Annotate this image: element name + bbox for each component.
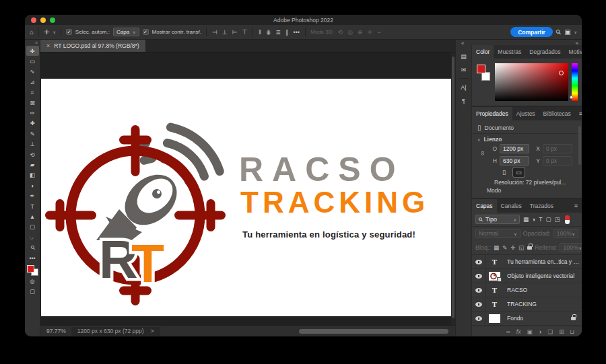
hue-slider-handle[interactable] — [570, 96, 573, 99]
horizontal-scrollbar[interactable] — [166, 329, 449, 334]
new-group-icon[interactable]: ❏ — [548, 328, 553, 335]
lock-all-icon[interactable] — [527, 246, 532, 250]
filter-shape-layers-icon[interactable]: ▢ — [545, 216, 551, 223]
document-tab[interactable]: × RT LOGO.psd al 97.8% (RGB/8*) — [40, 40, 145, 52]
layer-row-racso[interactable]: T RACSO — [472, 283, 582, 297]
tab-propiedades[interactable]: Propiedades — [472, 107, 512, 120]
lock-position-icon[interactable]: ✛ — [510, 244, 515, 251]
crop-tool[interactable]: ⌗ — [26, 87, 39, 98]
delete-layer-icon[interactable]: ⊔ — [570, 328, 574, 335]
more-align-options-icon[interactable]: ••• — [293, 29, 300, 36]
history-brush-tool[interactable]: ⟲ — [26, 149, 39, 159]
home-icon[interactable]: ⌂ — [30, 29, 34, 36]
minimize-window-button[interactable] — [40, 17, 46, 23]
lasso-tool[interactable]: ∿ — [26, 67, 39, 77]
share-button[interactable]: Compartir — [510, 27, 553, 37]
comments-panel-icon[interactable]: ✉ — [458, 65, 470, 75]
height-field[interactable]: 630 px — [500, 156, 529, 166]
tab-degradados[interactable]: Degradados — [525, 45, 564, 59]
document-info-field[interactable]: 1200 px x 630 px (72 ppp) > — [71, 327, 160, 336]
object-selection-tool[interactable]: ⊿ — [26, 77, 39, 87]
screen-mode-button[interactable]: ▢ — [26, 287, 39, 297]
collapse-dock-icon[interactable]: « — [461, 40, 464, 46]
distribute-v-icon[interactable]: ⋕ — [265, 29, 272, 36]
visibility-toggle[interactable] — [472, 269, 485, 283]
tab-capas[interactable]: Capas — [472, 199, 497, 213]
collapse-panels-icon[interactable]: » — [576, 40, 578, 46]
brush-tool[interactable]: ✎ — [26, 129, 39, 139]
width-field[interactable]: 1200 px — [500, 144, 529, 153]
type-tool[interactable]: T — [26, 201, 39, 211]
zoom-level-field[interactable]: 97.77% — [46, 328, 66, 334]
filter-smart-objects-icon[interactable]: ◳ — [554, 216, 560, 223]
canvas[interactable]: R T RACSO TRACKING Tu herramienta en log… — [41, 79, 452, 316]
visibility-toggle[interactable] — [472, 255, 485, 268]
add-mask-icon[interactable]: ▣ — [527, 328, 532, 335]
layer-filter-toggle[interactable] — [565, 215, 570, 224]
layer-row-fondo[interactable]: Fondo — [472, 312, 582, 326]
paragraph-panel-icon[interactable]: ¶ — [458, 96, 470, 106]
tab-motivos[interactable]: Motivos — [565, 45, 582, 59]
workspace-chevron-icon[interactable]: ∨ — [574, 30, 577, 34]
tool-preset-chevron-icon[interactable]: ∨ — [53, 30, 55, 34]
tab-color[interactable]: Color — [472, 45, 494, 59]
panel-foreground-swatch[interactable] — [477, 65, 485, 73]
filter-adjustment-layers-icon[interactable]: ◑ — [532, 216, 535, 223]
history-panel-icon[interactable]: ▤ — [458, 51, 470, 61]
filter-type-layers-icon[interactable]: T — [539, 216, 542, 223]
move-tool[interactable]: ✛ — [26, 46, 39, 56]
lock-image-icon[interactable]: ✎ — [502, 244, 507, 251]
layers-panel-menu-icon[interactable]: ≡ — [570, 199, 582, 213]
lock-artboard-icon[interactable]: ◱ — [518, 244, 524, 251]
link-layers-icon[interactable]: ∞ — [506, 328, 510, 335]
auto-select-dropdown[interactable]: Capa ∨ — [113, 28, 139, 36]
path-selection-tool[interactable]: ▲ — [26, 211, 39, 221]
tab-canales[interactable]: Canales — [497, 199, 526, 213]
align-left-icon[interactable]: ⊣ — [211, 29, 218, 36]
visibility-toggle[interactable] — [472, 283, 485, 297]
healing-brush-tool[interactable]: ✚ — [26, 118, 39, 129]
toolbar-collapse-icon[interactable]: » — [35, 40, 38, 45]
vertical-scrollbar-thumb[interactable] — [452, 57, 454, 318]
pen-tool[interactable]: ✒ — [26, 190, 39, 201]
distribute-heights-icon[interactable]: ≣ — [275, 29, 282, 36]
workspace-switcher-icon[interactable]: ▣ — [564, 29, 570, 36]
quick-mask-button[interactable]: ◎ — [26, 276, 39, 286]
link-dimensions-icon[interactable]: ∞ — [479, 151, 486, 159]
adjustment-layer-icon[interactable]: ◑ — [538, 328, 541, 335]
horizontal-scrollbar-thumb[interactable] — [299, 329, 448, 334]
section-chevron-icon[interactable]: ∨ — [477, 137, 480, 142]
rectangle-tool[interactable]: ▢ — [26, 222, 39, 232]
move-tool-indicator-icon[interactable]: ✛ — [44, 29, 49, 36]
eyedropper-tool[interactable]: ✑ — [26, 108, 39, 118]
visibility-toggle[interactable] — [472, 297, 485, 311]
search-icon[interactable]: ⚲ — [554, 28, 562, 36]
layer-row-smart-object[interactable]: Objeto inteligente vectorial — [472, 269, 582, 283]
portrait-orientation-button[interactable]: ▯ — [498, 168, 510, 177]
eraser-tool[interactable]: ▰ — [26, 159, 39, 170]
properties-scrollbar-thumb[interactable] — [578, 126, 581, 165]
lock-transparency-icon[interactable]: ▦ — [494, 244, 499, 251]
foreground-color-swatch[interactable] — [27, 265, 34, 272]
properties-panel-menu-icon[interactable]: ≡ — [575, 107, 582, 120]
close-tab-icon[interactable]: × — [46, 42, 50, 49]
tab-ajustes[interactable]: Ajustes — [512, 107, 539, 120]
distribute-widths-icon[interactable]: ∥ — [285, 29, 290, 36]
layer-filter-dropdown[interactable]: ⚲ Tipo ∨ — [475, 215, 520, 224]
character-panel-icon[interactable]: A| — [458, 82, 470, 92]
frame-tool[interactable]: ⊠ — [26, 98, 39, 108]
show-transform-checkbox[interactable]: ✓ — [143, 29, 149, 35]
distribute-h-icon[interactable]: ‖ — [258, 29, 262, 36]
landscape-orientation-button[interactable]: ▭ — [513, 168, 525, 177]
maximize-window-button[interactable] — [50, 17, 55, 23]
blur-tool[interactable]: ◗ — [26, 180, 39, 190]
saturation-brightness-field[interactable] — [495, 63, 568, 101]
visibility-toggle[interactable] — [472, 312, 485, 325]
layer-styles-icon[interactable]: fx — [516, 328, 521, 335]
align-center-h-icon[interactable]: ⊥ — [222, 29, 228, 36]
tab-bibliotecas[interactable]: Bibliotecas — [539, 107, 575, 120]
layer-row-tagline[interactable]: T Tu herramienta en...tica y seguridad! — [472, 255, 582, 269]
hue-slider[interactable] — [572, 63, 578, 101]
align-top-icon[interactable]: ⊤ — [241, 29, 248, 36]
layer-row-tracking[interactable]: T TRACKING — [472, 297, 582, 312]
